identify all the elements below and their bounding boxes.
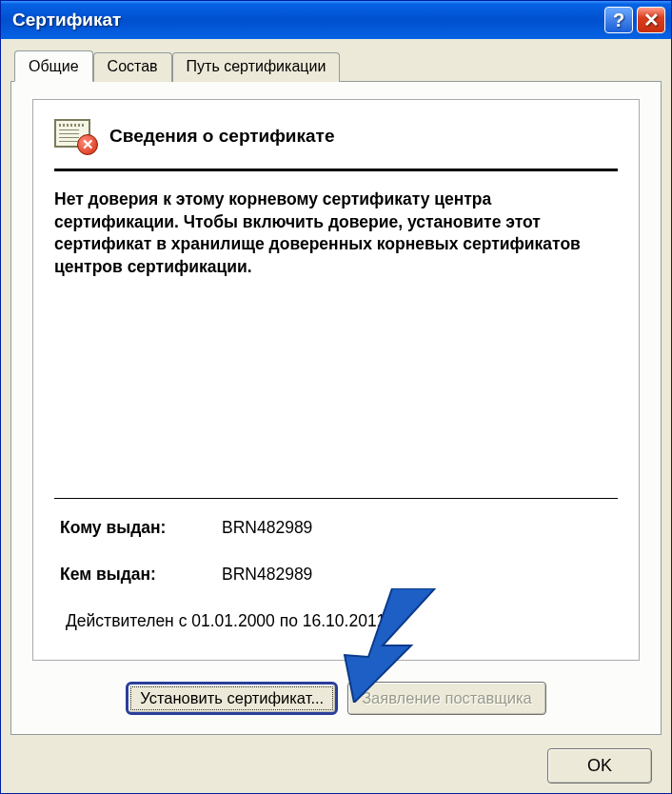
tab-strip: Общие Состав Путь сертификации — [14, 52, 662, 82]
cert-header: ✕ Сведения о сертификате — [54, 119, 618, 153]
titlebar-buttons: ? ✕ — [604, 7, 665, 33]
divider-thick — [54, 169, 618, 171]
close-icon: ✕ — [643, 9, 660, 31]
certificate-details: Кому выдан: BRN482989 Кем выдан: BRN4829… — [60, 518, 618, 631]
issued-by-value: BRN482989 — [222, 565, 618, 585]
issuer-statement-button: Заявление поставщика — [347, 682, 546, 715]
tab-general[interactable]: Общие — [14, 50, 93, 82]
certificate-info-box: ✕ Сведения о сертификате Нет доверия к э… — [32, 99, 640, 661]
titlebar[interactable]: Сертификат ? ✕ — [1, 1, 671, 39]
action-button-row: Установить сертификат... Заявление поста… — [32, 682, 640, 715]
certificate-error-icon: ✕ — [54, 119, 96, 153]
certificate-dialog: Сертификат ? ✕ Общие Состав Путь сертифи… — [0, 0, 672, 794]
window-title: Сертификат — [12, 10, 604, 30]
tab-panel-general: ✕ Сведения о сертификате Нет доверия к э… — [10, 81, 662, 735]
dialog-buttons: OK — [10, 735, 662, 784]
issued-to-value: BRN482989 — [222, 518, 618, 538]
trust-warning-text: Нет доверия к этому корневому сертификат… — [54, 189, 618, 279]
issued-by-label: Кем выдан: — [60, 565, 222, 585]
issued-by-row: Кем выдан: BRN482989 — [60, 565, 618, 585]
help-icon: ? — [613, 10, 624, 31]
divider-thin — [54, 498, 618, 499]
content-area: Общие Состав Путь сертификации ✕ Сведени… — [1, 39, 671, 793]
validity-text: Действителен с 01.01.2000 по 16.10.2011 — [66, 611, 618, 631]
tab-details[interactable]: Состав — [93, 52, 172, 82]
help-button[interactable]: ? — [604, 7, 633, 33]
issued-to-row: Кому выдан: BRN482989 — [60, 518, 618, 538]
install-certificate-button[interactable]: Установить сертификат... — [126, 682, 338, 715]
issued-to-label: Кому выдан: — [60, 518, 222, 538]
tab-cert-path[interactable]: Путь сертификации — [172, 52, 341, 82]
ok-button[interactable]: OK — [547, 748, 652, 784]
close-button[interactable]: ✕ — [637, 7, 665, 33]
cert-info-heading: Сведения о сертификате — [109, 126, 334, 147]
